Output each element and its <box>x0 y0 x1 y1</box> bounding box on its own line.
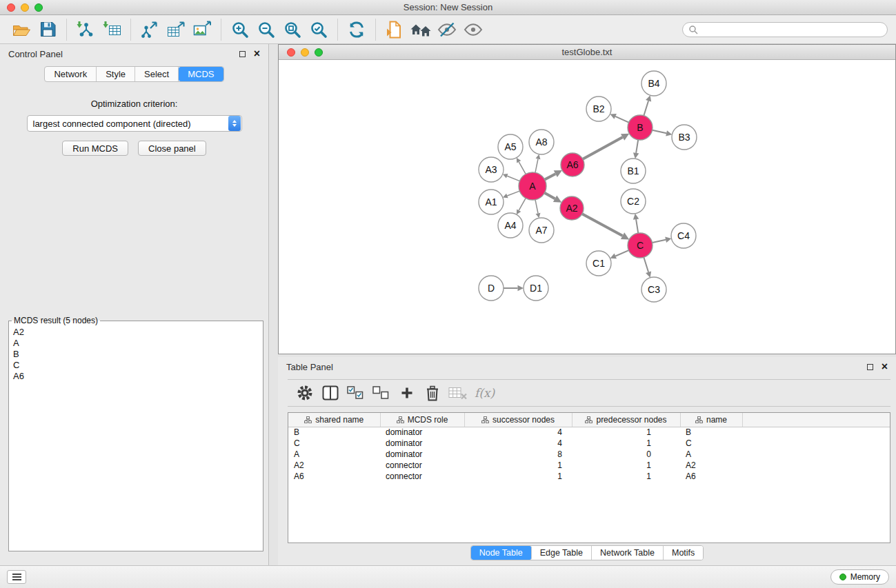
table-row[interactable]: A2connector11A2 <box>288 460 890 471</box>
function-builder-button[interactable]: f(x) <box>470 386 495 400</box>
result-item[interactable]: A6 <box>9 371 263 382</box>
edge-A-A3[interactable] <box>507 176 519 181</box>
add-entry-icon <box>401 387 413 399</box>
minimize-window-button[interactable] <box>21 3 29 12</box>
column-header-successor-nodes[interactable]: successor nodes <box>464 413 572 427</box>
tab-network[interactable]: Network <box>45 67 97 81</box>
show-details-button[interactable] <box>460 18 486 41</box>
memory-button[interactable]: Memory <box>830 569 889 585</box>
toolbar-separator <box>337 19 338 41</box>
table-panel: Table Panel × f(x) shared nameMCDS roles… <box>278 357 896 565</box>
result-item[interactable]: B <box>9 349 263 360</box>
edge-B-B1[interactable] <box>636 140 638 153</box>
zoom-fit-button[interactable] <box>279 18 306 41</box>
edge-C-C4[interactable] <box>653 240 666 243</box>
result-item[interactable]: C <box>9 360 263 371</box>
edge-A-A4[interactable] <box>519 198 526 210</box>
table-cell: 1 <box>572 427 680 438</box>
close-panel-icon[interactable]: × <box>254 48 260 59</box>
network-file-button[interactable] <box>381 18 408 41</box>
import-network-button[interactable] <box>72 18 99 41</box>
table-tab-node-table[interactable]: Node Table <box>471 546 532 560</box>
result-item[interactable]: A <box>9 338 263 349</box>
edge-C-C1[interactable] <box>615 250 628 256</box>
zoom-out-icon <box>257 21 275 39</box>
tab-style[interactable]: Style <box>97 67 135 81</box>
apply-layout-icon <box>348 21 366 39</box>
zoom-fit-icon <box>283 21 301 39</box>
edge-arrowhead <box>646 271 651 277</box>
network-zoom-button[interactable] <box>315 48 323 57</box>
close-window-button[interactable] <box>7 3 15 12</box>
zoom-selected-button[interactable] <box>306 18 332 41</box>
search-field[interactable] <box>682 22 888 37</box>
export-image-button[interactable] <box>189 18 215 41</box>
table-tab-motifs[interactable]: Motifs <box>664 546 703 560</box>
edge-C-C2[interactable] <box>636 219 638 233</box>
settings-button[interactable] <box>292 382 317 404</box>
run-mcds-button[interactable]: Run MCDS <box>62 141 128 156</box>
table-tab-network-table[interactable]: Network Table <box>592 546 664 560</box>
table-row[interactable]: A6connector11A6 <box>288 471 890 482</box>
table-row[interactable]: Adominator80A <box>288 449 890 460</box>
edge-A-A1[interactable] <box>507 191 519 196</box>
search-input[interactable] <box>701 25 882 34</box>
zoom-in-button[interactable] <box>227 18 253 41</box>
edge-C-C3[interactable] <box>644 257 648 272</box>
table-tab-edge-table[interactable]: Edge Table <box>532 546 592 560</box>
close-table-panel-icon[interactable]: × <box>882 361 888 372</box>
node-label-C: C <box>637 240 644 251</box>
edge-A6-B[interactable] <box>583 137 623 159</box>
network-minimize-button[interactable] <box>301 48 309 57</box>
optimization-criterion-label: Optimization criterion: <box>0 99 268 109</box>
table-row[interactable]: Bdominator41B <box>288 427 890 438</box>
node-label-C3: C3 <box>648 284 660 295</box>
hide-details-button[interactable] <box>434 18 460 41</box>
edge-A-A8[interactable] <box>535 159 538 172</box>
column-header-predecessor-nodes[interactable]: predecessor nodes <box>572 413 680 427</box>
zoom-out-button[interactable] <box>253 18 279 41</box>
table-cell <box>742 471 890 482</box>
delete-table-button[interactable] <box>445 382 470 404</box>
criterion-dropdown[interactable]: largest connected component (directed) <box>27 115 242 132</box>
close-panel-button[interactable]: Close panel <box>138 141 206 156</box>
edge-A-A6[interactable] <box>545 174 556 179</box>
edge-A2-C[interactable] <box>582 214 623 236</box>
export-table-button[interactable] <box>163 18 189 41</box>
panel-menu-button[interactable] <box>7 570 26 584</box>
add-entry-button[interactable] <box>394 382 419 404</box>
table-cell <box>742 460 890 471</box>
edge-B-B2[interactable] <box>615 116 628 123</box>
open-file-button[interactable] <box>8 18 34 41</box>
zoom-window-button[interactable] <box>34 3 43 12</box>
zoom-selected-icon <box>310 21 328 39</box>
edge-A-A7[interactable] <box>535 200 538 214</box>
home-views-button[interactable] <box>408 18 434 41</box>
tab-mcds[interactable]: MCDS <box>179 67 223 81</box>
result-item[interactable]: A2 <box>9 327 263 338</box>
select-all-button[interactable] <box>343 382 368 404</box>
tab-select[interactable]: Select <box>135 67 179 81</box>
delete-entry-button[interactable] <box>419 382 445 404</box>
export-network-button[interactable] <box>137 18 163 41</box>
float-panel-icon[interactable] <box>239 51 246 57</box>
save-session-button[interactable] <box>34 18 61 41</box>
edge-B-B4[interactable] <box>644 101 648 116</box>
network-close-button[interactable] <box>287 48 295 57</box>
table-cell: 0 <box>572 449 680 460</box>
deselect-all-button[interactable] <box>368 382 394 404</box>
table-row[interactable]: Cdominator41C <box>288 438 890 449</box>
edge-A-A2[interactable] <box>544 193 555 199</box>
show-columns-button[interactable] <box>317 382 343 404</box>
main-toolbar-buttons <box>8 18 486 41</box>
node-table-container: shared nameMCDS rolesuccessor nodesprede… <box>288 412 890 543</box>
column-header-name[interactable]: name <box>680 413 742 427</box>
column-header-MCDS-role[interactable]: MCDS role <box>380 413 464 427</box>
import-table-button[interactable] <box>99 18 125 41</box>
edge-B-B3[interactable] <box>653 130 667 133</box>
edge-A-A5[interactable] <box>519 162 526 174</box>
float-table-panel-icon[interactable] <box>867 364 873 370</box>
column-header-shared-name[interactable]: shared name <box>288 413 380 427</box>
apply-layout-button[interactable] <box>344 18 370 41</box>
network-canvas[interactable]: B4B2BB3A5A8A6B1A3AC2A1A2A4A7C4CC1C3DD1 <box>279 60 895 354</box>
